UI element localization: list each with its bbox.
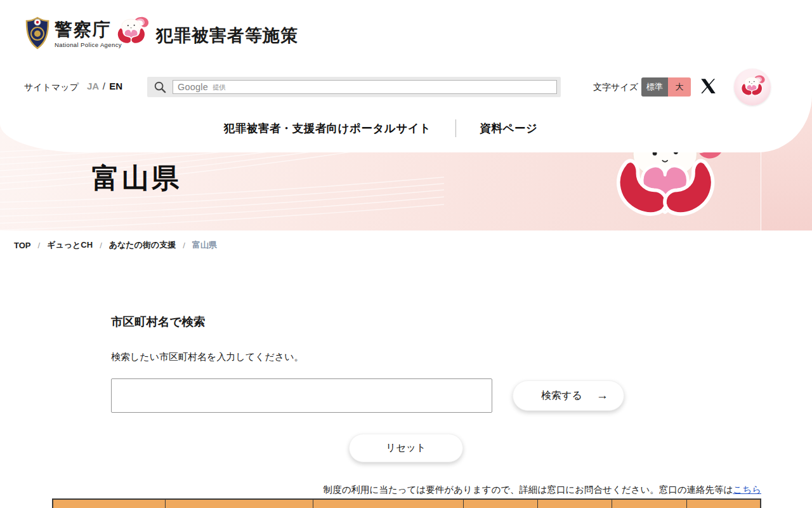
font-size-standard-button[interactable]: 標準: [641, 77, 668, 97]
mascot-avatar-button[interactable]: [734, 69, 771, 105]
x-social-icon[interactable]: [700, 77, 717, 95]
search-input-wrap: Google 提供: [173, 80, 557, 94]
table-header-cell: [464, 500, 538, 508]
main-nav: 犯罪被害者・支援者向けポータルサイト 資料ページ: [0, 119, 761, 137]
reset-button-label: リセット: [386, 441, 426, 455]
breadcrumb-separator: /: [100, 241, 102, 250]
breadcrumb-gyutto-ch[interactable]: ギュっとCH: [47, 239, 93, 251]
npa-emblem-icon: [25, 17, 49, 50]
lang-separator: /: [103, 81, 105, 91]
lang-en[interactable]: EN: [109, 81, 122, 91]
municipality-search-heading: 市区町村名で検索: [111, 314, 205, 330]
arrow-right-icon: →: [596, 389, 608, 403]
lang-ja[interactable]: JA: [87, 81, 99, 91]
search-icon[interactable]: [154, 81, 167, 94]
page: 警察庁 National Police Agency 犯罪被害者等施策 サイトマ…: [0, 0, 812, 508]
municipality-search-description: 検索したい市区町村名を入力してください。: [111, 351, 304, 363]
site-title: 犯罪被害者等施策: [156, 24, 298, 47]
main-content: TOP / ギュっとCH / あなたの街の支援 / 富山県 市区町村名で検索 検…: [0, 231, 812, 508]
reset-button[interactable]: リセット: [349, 434, 463, 462]
font-size-switch: 標準 大: [641, 77, 691, 97]
table-header-cell: [687, 500, 760, 508]
npa-title: 警察庁: [55, 20, 122, 40]
breadcrumb: TOP / ギュっとCH / あなたの街の支援 / 富山県: [14, 239, 217, 251]
search-button-label: 検索する: [541, 389, 582, 403]
search-button[interactable]: 検索する →: [513, 380, 624, 411]
npa-logo[interactable]: 警察庁 National Police Agency: [25, 17, 122, 50]
breadcrumb-city-support[interactable]: あなたの街の支援: [109, 239, 176, 251]
table-header-cell: [166, 500, 313, 508]
municipality-search-input[interactable]: [111, 378, 492, 413]
mascot-logo-icon: [114, 13, 150, 52]
npa-title-block: 警察庁 National Police Agency: [55, 17, 122, 48]
breadcrumb-separator: /: [38, 241, 41, 250]
breadcrumb-current: 富山県: [192, 239, 217, 251]
notice-text: 制度の利用に当たっては要件がありますので、詳細は窓口にお問合せください。窓口の連…: [190, 484, 761, 496]
sitemap-link[interactable]: サイトマップ: [24, 82, 79, 93]
site-header: 警察庁 National Police Agency 犯罪被害者等施策 サイトマ…: [0, 0, 812, 152]
site-brand[interactable]: 犯罪被害者等施策: [114, 13, 298, 52]
support-table-header-row: [52, 498, 761, 508]
site-search-bar: Google 提供: [147, 77, 561, 97]
breadcrumb-top[interactable]: TOP: [14, 241, 31, 250]
font-size-label: 文字サイズ: [593, 82, 638, 93]
font-size-large-button[interactable]: 大: [668, 77, 691, 97]
page-title: 富山県: [92, 160, 181, 197]
table-header-cell: [53, 500, 166, 508]
table-header-cell: [612, 500, 687, 508]
table-header-cell: [313, 500, 464, 508]
nav-documents-link[interactable]: 資料ページ: [480, 121, 538, 136]
mascot-avatar-icon: [739, 74, 766, 100]
npa-subtitle: National Police Agency: [55, 41, 122, 48]
notice-link[interactable]: こちら: [733, 485, 761, 495]
language-switch: JA / EN: [87, 81, 122, 91]
breadcrumb-separator: /: [183, 241, 185, 250]
nav-portal-link[interactable]: 犯罪被害者・支援者向けポータルサイト: [224, 121, 431, 136]
notice-body: 制度の利用に当たっては要件がありますので、詳細は窓口にお問合せください。窓口の連…: [324, 485, 733, 495]
nav-divider: [455, 119, 456, 137]
site-search-input[interactable]: [173, 81, 556, 93]
table-header-cell: [538, 500, 612, 508]
